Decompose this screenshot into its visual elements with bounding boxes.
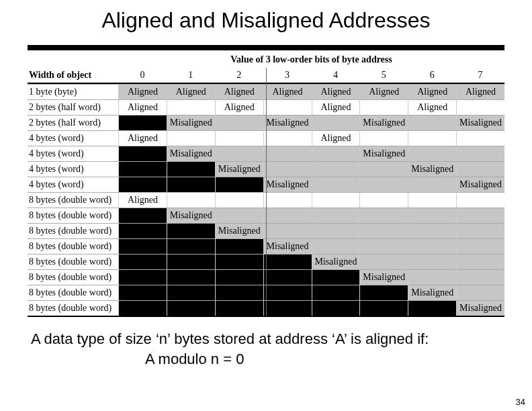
table-cell: Misaligned	[456, 115, 504, 130]
table-cell: Misaligned	[359, 269, 408, 285]
table-cell	[215, 192, 263, 208]
table-cell	[167, 254, 215, 269]
table-cell	[408, 130, 456, 146]
table-cell	[312, 238, 360, 254]
table-cell	[167, 192, 215, 208]
table-cell	[118, 223, 167, 238]
table-cell	[167, 285, 215, 300]
table-cell	[359, 161, 408, 177]
row-label: 4 bytes (word)	[28, 161, 118, 177]
table-cell	[456, 223, 504, 238]
caption: A data type of size ‘n’ bytes stored at …	[31, 329, 505, 369]
table-cell	[215, 130, 263, 146]
table-cell	[456, 99, 504, 115]
table-cell	[167, 161, 215, 177]
table-cell	[215, 238, 263, 254]
table-cell	[215, 177, 263, 192]
col-header-2: 2	[215, 68, 263, 84]
caption-line-1: A data type of size ‘n’ bytes stored at …	[31, 330, 429, 347]
table-cell: Aligned	[408, 99, 456, 115]
table-cell: Aligned	[118, 130, 167, 146]
table-cell	[118, 269, 167, 285]
table-cell	[456, 130, 504, 146]
table-cell	[118, 208, 167, 223]
row-label: 1 byte (byte)	[28, 84, 118, 99]
row-label: 8 bytes (double word)	[28, 208, 118, 223]
table-cell	[215, 285, 263, 300]
table-cell	[263, 285, 312, 300]
col-header-7: 7	[456, 68, 504, 84]
row-label: 8 bytes (double word)	[28, 192, 118, 208]
table-cell	[359, 99, 408, 115]
table-cell	[312, 269, 360, 285]
table-cell	[263, 161, 312, 177]
row-label: 8 bytes (double word)	[28, 223, 118, 238]
table-cell	[312, 161, 360, 177]
table-cell	[456, 238, 504, 254]
table-cell	[408, 192, 456, 208]
table-cell: Aligned	[312, 84, 360, 99]
table-cell	[456, 254, 504, 269]
table-cell	[359, 254, 408, 269]
row-label: 4 bytes (word)	[28, 146, 118, 161]
figure-top-rule	[28, 45, 504, 50]
table-cell	[359, 208, 408, 223]
table-cell: Misaligned	[167, 208, 215, 223]
col-header-0: 0	[118, 68, 167, 84]
table-cell: Aligned	[312, 130, 360, 146]
table-cell	[456, 192, 504, 208]
row-label: 4 bytes (word)	[28, 130, 118, 146]
alignment-figure: Value of 3 low-order bits of byte addres…	[28, 45, 504, 317]
table-cell	[408, 269, 456, 285]
table-cell: Aligned	[312, 99, 360, 115]
table-cell: Misaligned	[167, 115, 215, 130]
table-cell	[263, 223, 312, 238]
table-cell	[408, 300, 456, 316]
table-cell: Aligned	[215, 84, 263, 99]
table-cell	[263, 130, 312, 146]
table-cell: Misaligned	[215, 223, 263, 238]
table-cell: Misaligned	[312, 254, 360, 269]
table-cell: Aligned	[408, 84, 456, 99]
table-cell	[118, 146, 167, 161]
table-cell	[312, 285, 360, 300]
table-cell	[408, 254, 456, 269]
row-label: 2 bytes (half word)	[28, 99, 118, 115]
table-cell: Misaligned	[456, 300, 504, 316]
table-cell: Misaligned	[456, 177, 504, 192]
table-cell	[312, 300, 360, 316]
table-cell: Aligned	[456, 84, 504, 99]
table-cell: Aligned	[359, 84, 408, 99]
col-header-width: Width of object	[28, 68, 118, 84]
table-cell	[118, 254, 167, 269]
col-header-5: 5	[359, 68, 408, 84]
row-label: 8 bytes (double word)	[28, 254, 118, 269]
table-cell	[263, 192, 312, 208]
col-header-4: 4	[312, 68, 360, 84]
table-cell	[359, 238, 408, 254]
table-cell	[456, 269, 504, 285]
table-cell	[312, 208, 360, 223]
table-cell	[456, 146, 504, 161]
table-cell: Misaligned	[215, 161, 263, 177]
table-cell	[359, 192, 408, 208]
table-cell	[263, 300, 312, 316]
table-cell: Misaligned	[263, 238, 312, 254]
table-cell	[167, 223, 215, 238]
table-cell	[215, 254, 263, 269]
row-label: 8 bytes (double word)	[28, 300, 118, 316]
table-cell	[312, 146, 360, 161]
table-cell: Misaligned	[359, 146, 408, 161]
table-cell	[456, 161, 504, 177]
table-cell	[167, 99, 215, 115]
table-cell	[359, 285, 408, 300]
table-cell	[118, 238, 167, 254]
table-cell	[118, 300, 167, 316]
col-header-6: 6	[408, 68, 456, 84]
page-number: 34	[516, 397, 525, 407]
alignment-table: Width of object 012345671 byte (byte)Ali…	[28, 68, 504, 317]
table-cell	[408, 208, 456, 223]
table-cell	[312, 192, 360, 208]
table-cell	[118, 177, 167, 192]
table-cell	[408, 115, 456, 130]
